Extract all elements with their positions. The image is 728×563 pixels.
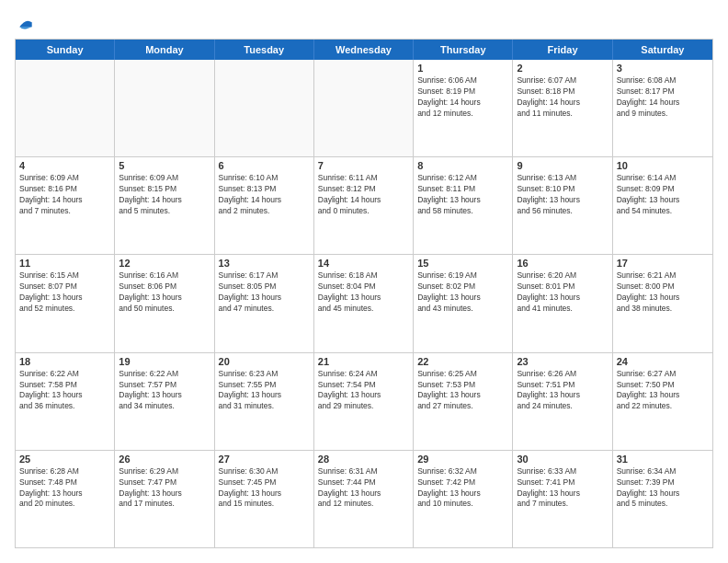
calendar-day-cell: 2Sunrise: 6:07 AM Sunset: 8:18 PM Daylig… — [513, 60, 612, 156]
day-number: 12 — [119, 258, 210, 269]
day-info: Sunrise: 6:33 AM Sunset: 7:41 PM Dayligh… — [517, 466, 608, 511]
calendar-day-cell: 10Sunrise: 6:14 AM Sunset: 8:09 PM Dayli… — [613, 157, 712, 254]
day-number: 15 — [417, 258, 508, 269]
day-number: 16 — [517, 258, 608, 269]
day-number: 14 — [318, 258, 409, 269]
day-info: Sunrise: 6:15 AM Sunset: 8:07 PM Dayligh… — [19, 270, 110, 315]
calendar-day-cell: 31Sunrise: 6:34 AM Sunset: 7:39 PM Dayli… — [613, 451, 712, 547]
day-info: Sunrise: 6:29 AM Sunset: 7:47 PM Dayligh… — [119, 466, 210, 511]
day-number: 30 — [517, 454, 608, 465]
day-info: Sunrise: 6:28 AM Sunset: 7:48 PM Dayligh… — [19, 466, 110, 511]
day-info: Sunrise: 6:31 AM Sunset: 7:44 PM Dayligh… — [318, 466, 409, 511]
calendar-day-cell: 6Sunrise: 6:10 AM Sunset: 8:13 PM Daylig… — [215, 157, 314, 254]
day-info: Sunrise: 6:09 AM Sunset: 8:15 PM Dayligh… — [119, 173, 210, 217]
calendar-week-row: 18Sunrise: 6:22 AM Sunset: 7:58 PM Dayli… — [16, 353, 712, 451]
calendar-day-cell: 27Sunrise: 6:30 AM Sunset: 7:45 PM Dayli… — [215, 451, 314, 547]
day-number: 22 — [417, 356, 508, 367]
day-number: 8 — [417, 160, 508, 171]
calendar-day-cell: 8Sunrise: 6:12 AM Sunset: 8:11 PM Daylig… — [414, 157, 513, 254]
calendar-day-cell: 22Sunrise: 6:25 AM Sunset: 7:53 PM Dayli… — [414, 353, 513, 450]
calendar-day-cell: 28Sunrise: 6:31 AM Sunset: 7:44 PM Dayli… — [314, 451, 414, 547]
day-info: Sunrise: 6:27 AM Sunset: 7:50 PM Dayligh… — [617, 369, 709, 413]
day-number: 10 — [617, 160, 709, 171]
calendar-header: SundayMondayTuesdayWednesdayThursdayFrid… — [16, 40, 712, 60]
day-number: 24 — [617, 356, 709, 367]
day-number: 21 — [318, 356, 409, 367]
day-number: 29 — [417, 454, 508, 465]
day-info: Sunrise: 6:12 AM Sunset: 8:11 PM Dayligh… — [417, 173, 508, 217]
calendar-day-cell: 23Sunrise: 6:26 AM Sunset: 7:51 PM Dayli… — [513, 353, 612, 450]
day-info: Sunrise: 6:26 AM Sunset: 7:51 PM Dayligh… — [517, 369, 608, 413]
calendar: SundayMondayTuesdayWednesdayThursdayFrid… — [15, 39, 713, 548]
day-info: Sunrise: 6:14 AM Sunset: 8:09 PM Dayligh… — [617, 173, 709, 217]
day-number: 4 — [19, 160, 110, 171]
calendar-day-cell: 25Sunrise: 6:28 AM Sunset: 7:48 PM Dayli… — [16, 451, 115, 547]
day-number: 27 — [219, 454, 310, 465]
calendar-day-cell: 17Sunrise: 6:21 AM Sunset: 8:00 PM Dayli… — [613, 255, 712, 351]
day-number: 11 — [19, 258, 110, 269]
day-number: 6 — [219, 160, 310, 171]
day-number: 9 — [517, 160, 608, 171]
calendar-day-cell: 4Sunrise: 6:09 AM Sunset: 8:16 PM Daylig… — [16, 157, 115, 254]
day-info: Sunrise: 6:24 AM Sunset: 7:54 PM Dayligh… — [318, 369, 409, 413]
day-info: Sunrise: 6:20 AM Sunset: 8:01 PM Dayligh… — [517, 270, 608, 315]
day-info: Sunrise: 6:34 AM Sunset: 7:39 PM Dayligh… — [617, 466, 709, 511]
calendar-week-row: 1Sunrise: 6:06 AM Sunset: 8:19 PM Daylig… — [16, 60, 712, 157]
day-number: 1 — [417, 63, 508, 74]
calendar-day-cell — [314, 60, 414, 156]
calendar-week-row: 25Sunrise: 6:28 AM Sunset: 7:48 PM Dayli… — [16, 451, 712, 547]
calendar-day-cell: 5Sunrise: 6:09 AM Sunset: 8:15 PM Daylig… — [115, 157, 214, 254]
day-info: Sunrise: 6:23 AM Sunset: 7:55 PM Dayligh… — [219, 369, 310, 413]
calendar-day-cell: 13Sunrise: 6:17 AM Sunset: 8:05 PM Dayli… — [215, 255, 314, 351]
logo-text — [15, 15, 35, 33]
header — [15, 15, 713, 29]
calendar-day-cell: 7Sunrise: 6:11 AM Sunset: 8:12 PM Daylig… — [314, 157, 414, 254]
day-number: 26 — [119, 454, 210, 465]
calendar-header-day: Friday — [513, 40, 612, 60]
calendar-day-cell — [215, 60, 314, 156]
day-info: Sunrise: 6:13 AM Sunset: 8:10 PM Dayligh… — [517, 173, 608, 217]
calendar-day-cell: 18Sunrise: 6:22 AM Sunset: 7:58 PM Dayli… — [16, 353, 115, 450]
calendar-day-cell: 30Sunrise: 6:33 AM Sunset: 7:41 PM Dayli… — [513, 451, 612, 547]
calendar-day-cell: 16Sunrise: 6:20 AM Sunset: 8:01 PM Dayli… — [513, 255, 612, 351]
day-number: 25 — [19, 454, 110, 465]
logo — [15, 15, 35, 29]
day-number: 17 — [617, 258, 709, 269]
calendar-day-cell: 9Sunrise: 6:13 AM Sunset: 8:10 PM Daylig… — [513, 157, 612, 254]
calendar-header-day: Tuesday — [215, 40, 314, 60]
calendar-header-day: Wednesday — [314, 40, 414, 60]
calendar-day-cell: 1Sunrise: 6:06 AM Sunset: 8:19 PM Daylig… — [414, 60, 513, 156]
day-number: 7 — [318, 160, 409, 171]
calendar-day-cell: 14Sunrise: 6:18 AM Sunset: 8:04 PM Dayli… — [314, 255, 414, 351]
calendar-header-day: Saturday — [613, 40, 712, 60]
day-info: Sunrise: 6:16 AM Sunset: 8:06 PM Dayligh… — [119, 270, 210, 315]
day-number: 2 — [517, 63, 608, 74]
calendar-body: 1Sunrise: 6:06 AM Sunset: 8:19 PM Daylig… — [16, 60, 712, 547]
day-number: 18 — [19, 356, 110, 367]
day-info: Sunrise: 6:21 AM Sunset: 8:00 PM Dayligh… — [617, 270, 709, 315]
day-number: 19 — [119, 356, 210, 367]
day-number: 31 — [617, 454, 709, 465]
calendar-header-day: Thursday — [414, 40, 513, 60]
day-number: 13 — [219, 258, 310, 269]
day-info: Sunrise: 6:18 AM Sunset: 8:04 PM Dayligh… — [318, 270, 409, 315]
day-number: 20 — [219, 356, 310, 367]
calendar-day-cell: 15Sunrise: 6:19 AM Sunset: 8:02 PM Dayli… — [414, 255, 513, 351]
day-info: Sunrise: 6:11 AM Sunset: 8:12 PM Dayligh… — [318, 173, 409, 217]
day-info: Sunrise: 6:07 AM Sunset: 8:18 PM Dayligh… — [517, 75, 608, 120]
calendar-header-day: Monday — [115, 40, 214, 60]
calendar-week-row: 11Sunrise: 6:15 AM Sunset: 8:07 PM Dayli… — [16, 255, 712, 352]
day-number: 23 — [517, 356, 608, 367]
day-info: Sunrise: 6:22 AM Sunset: 7:58 PM Dayligh… — [19, 369, 110, 413]
day-info: Sunrise: 6:25 AM Sunset: 7:53 PM Dayligh… — [417, 369, 508, 413]
day-info: Sunrise: 6:10 AM Sunset: 8:13 PM Dayligh… — [219, 173, 310, 217]
day-info: Sunrise: 6:08 AM Sunset: 8:17 PM Dayligh… — [617, 75, 709, 120]
day-info: Sunrise: 6:22 AM Sunset: 7:57 PM Dayligh… — [119, 369, 210, 413]
calendar-day-cell — [16, 60, 115, 156]
page: SundayMondayTuesdayWednesdayThursdayFrid… — [0, 0, 728, 563]
day-info: Sunrise: 6:19 AM Sunset: 8:02 PM Dayligh… — [417, 270, 508, 315]
calendar-day-cell: 3Sunrise: 6:08 AM Sunset: 8:17 PM Daylig… — [613, 60, 712, 156]
calendar-day-cell: 19Sunrise: 6:22 AM Sunset: 7:57 PM Dayli… — [115, 353, 214, 450]
calendar-day-cell: 20Sunrise: 6:23 AM Sunset: 7:55 PM Dayli… — [215, 353, 314, 450]
calendar-day-cell: 12Sunrise: 6:16 AM Sunset: 8:06 PM Dayli… — [115, 255, 214, 351]
